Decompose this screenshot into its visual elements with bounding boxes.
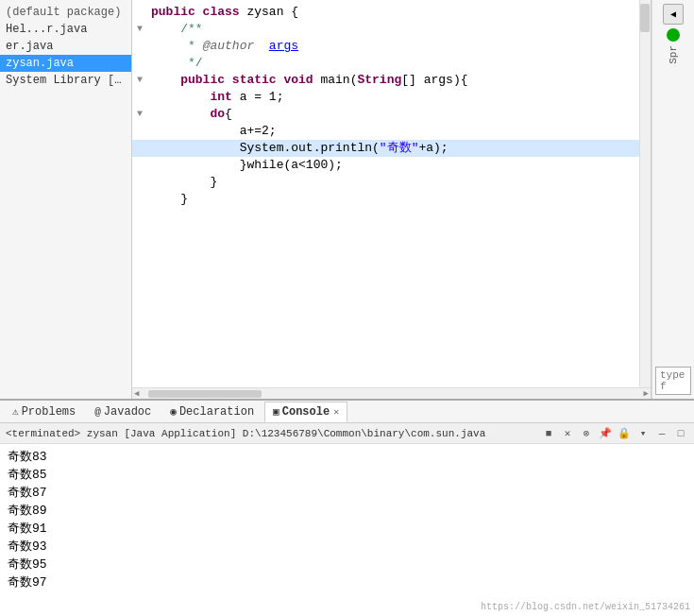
vertical-scrollbar[interactable] bbox=[639, 0, 651, 387]
code-line[interactable]: int a = 1; bbox=[132, 89, 639, 106]
code-with-scroll: public class zysan {▼ /** * @author args… bbox=[132, 0, 651, 387]
syntax-token: System. bbox=[240, 141, 292, 155]
console-line: 奇数97 bbox=[8, 573, 686, 591]
maximize-button[interactable]: □ bbox=[673, 426, 688, 441]
collapse-marker bbox=[132, 191, 147, 208]
code-line[interactable]: a+=2; bbox=[132, 123, 639, 140]
editor-area: public class zysan {▼ /** * @author args… bbox=[132, 0, 652, 399]
syntax-token: { bbox=[225, 107, 232, 121]
collapse-marker bbox=[132, 55, 147, 72]
code-line[interactable]: ▼ do{ bbox=[132, 106, 639, 123]
code-text: } bbox=[147, 191, 639, 208]
code-line[interactable]: }while(a<100); bbox=[132, 157, 639, 174]
scroll-lock-button[interactable]: 🔒 bbox=[617, 426, 632, 441]
code-editor[interactable]: public class zysan {▼ /** * @author args… bbox=[132, 0, 639, 387]
console-line: 奇数83 bbox=[8, 448, 686, 466]
syntax-token: }while(a<100); bbox=[240, 158, 343, 172]
spr-label: Spr bbox=[668, 45, 679, 64]
syntax-token bbox=[254, 39, 269, 53]
sidebar-item[interactable]: Hel...r.java bbox=[0, 21, 131, 38]
code-text: public static void main(String[] args){ bbox=[147, 72, 639, 89]
tab-close-button[interactable]: ✕ bbox=[333, 406, 339, 418]
scrollbar-thumb[interactable] bbox=[640, 4, 650, 32]
code-text: public class zysan { bbox=[147, 4, 639, 21]
syntax-token: main( bbox=[313, 73, 358, 87]
syntax-token: a = 1; bbox=[232, 90, 284, 104]
problems-tab-icon: ⚠ bbox=[12, 405, 19, 418]
syntax-token: zysan { bbox=[240, 5, 298, 19]
collapse-marker bbox=[132, 174, 147, 191]
sidebar-item[interactable]: er.java bbox=[0, 38, 131, 55]
syntax-token: } bbox=[180, 192, 188, 206]
code-text: /** bbox=[147, 21, 639, 38]
syntax-token: args bbox=[269, 39, 298, 53]
collapse-marker bbox=[132, 4, 147, 21]
collapse-marker bbox=[132, 123, 147, 140]
collapse-marker bbox=[132, 157, 147, 174]
console-tab-icon: ▣ bbox=[273, 405, 279, 418]
close-console-button[interactable]: ✕ bbox=[560, 426, 575, 441]
horizontal-scrollbar[interactable]: ◀ ▶ bbox=[132, 387, 651, 399]
code-text: a+=2; bbox=[147, 123, 639, 140]
console-output[interactable]: 奇数83奇数85奇数87奇数89奇数91奇数93奇数95奇数97 bbox=[0, 444, 694, 616]
tab-label: Javadoc bbox=[104, 405, 151, 419]
clear-button[interactable]: ⊗ bbox=[579, 426, 594, 441]
sidebar: (default package) Hel...r.java er.java z… bbox=[0, 0, 132, 399]
code-line[interactable]: ▼ /** bbox=[132, 21, 639, 38]
code-text: */ bbox=[147, 55, 639, 72]
console-line: 奇数91 bbox=[8, 520, 686, 538]
syntax-token: a+=2; bbox=[240, 124, 277, 138]
pin-button[interactable]: 📌 bbox=[598, 426, 613, 441]
code-line[interactable]: } bbox=[132, 191, 639, 208]
syntax-token: int bbox=[210, 90, 231, 104]
syntax-token: .println( bbox=[313, 141, 380, 155]
tab-label: Declaration bbox=[179, 405, 254, 419]
collapse-marker[interactable]: ▼ bbox=[132, 21, 147, 38]
stop-button[interactable]: ■ bbox=[541, 426, 556, 441]
syntax-token: "奇数" bbox=[380, 141, 419, 155]
code-line[interactable]: ▼ public static void main(String[] args)… bbox=[132, 72, 639, 89]
watermark: https://blog.csdn.net/weixin_51734261 bbox=[481, 602, 690, 612]
tab-declaration[interactable]: ◉Declaration bbox=[161, 402, 262, 422]
code-line[interactable]: public class zysan { bbox=[132, 4, 639, 21]
code-line[interactable]: } bbox=[132, 174, 639, 191]
collapse-marker[interactable]: ▼ bbox=[132, 72, 147, 89]
code-text: } bbox=[147, 174, 639, 191]
tab-console[interactable]: ▣Console✕ bbox=[264, 402, 347, 422]
sidebar-item[interactable]: (default package) bbox=[0, 4, 131, 21]
tab-label: Problems bbox=[22, 405, 76, 419]
tab-javadoc[interactable]: @Javadoc bbox=[86, 402, 160, 422]
syntax-token: String bbox=[357, 73, 401, 87]
syntax-token: [] args){ bbox=[401, 73, 467, 87]
code-text: * @author args bbox=[147, 38, 639, 55]
type-filter-input[interactable]: type f bbox=[655, 367, 691, 395]
code-line[interactable]: System.out.println("奇数"+a); bbox=[132, 140, 639, 157]
menu-button[interactable]: ▾ bbox=[635, 426, 651, 441]
collapse-marker[interactable]: ▼ bbox=[132, 106, 147, 123]
tabs-bar: ⚠Problems@Javadoc◉Declaration▣Console✕ bbox=[0, 401, 694, 423]
sidebar-item[interactable]: System Library [JavaS bbox=[0, 72, 131, 89]
syntax-token: /** bbox=[180, 22, 202, 36]
syntax-token: */ bbox=[180, 56, 202, 70]
minimize-button[interactable]: — bbox=[654, 426, 669, 441]
console-line: 奇数95 bbox=[8, 556, 686, 573]
main-container: (default package) Hel...r.java er.java z… bbox=[0, 0, 694, 616]
expand-button[interactable]: ◀ bbox=[663, 4, 684, 25]
code-line[interactable]: * @author args bbox=[132, 38, 639, 55]
tab-problems[interactable]: ⚠Problems bbox=[4, 402, 84, 422]
console-title: <terminated> zysan [Java Application] D:… bbox=[6, 428, 537, 439]
scrollbar-thumb-h[interactable] bbox=[148, 390, 262, 398]
syntax-token: public static void bbox=[180, 73, 313, 87]
code-line[interactable]: */ bbox=[132, 55, 639, 72]
javadoc-tab-icon: @ bbox=[94, 406, 101, 418]
collapse-marker bbox=[132, 89, 147, 106]
syntax-token: +a); bbox=[418, 141, 448, 155]
code-text: do{ bbox=[147, 106, 639, 123]
collapse-marker bbox=[132, 38, 147, 55]
syntax-token: do bbox=[210, 107, 225, 121]
syntax-token: * bbox=[180, 39, 202, 53]
syntax-token: out bbox=[291, 141, 313, 155]
console-line: 奇数85 bbox=[8, 466, 686, 484]
sidebar-item[interactable]: zysan.java bbox=[0, 55, 131, 72]
console-toolbar: <terminated> zysan [Java Application] D:… bbox=[0, 423, 694, 444]
